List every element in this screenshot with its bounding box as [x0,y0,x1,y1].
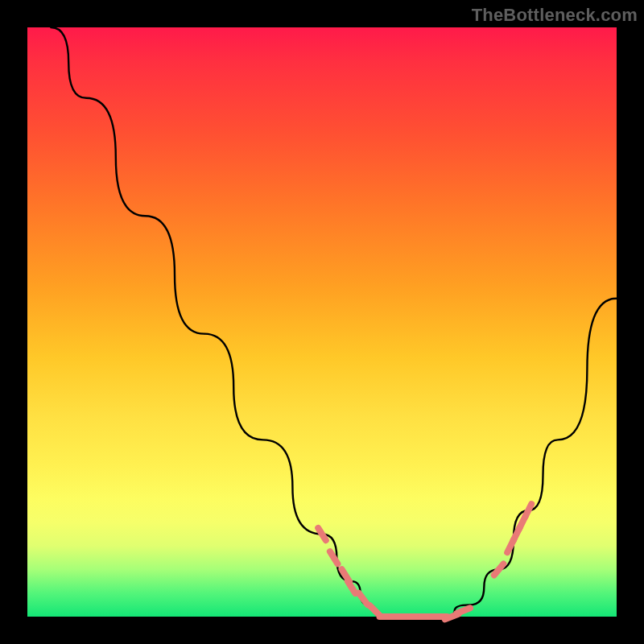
svg-line-4 [359,593,368,605]
plot-gradient-area [27,27,617,617]
svg-line-3 [348,581,356,593]
curve-markers [318,504,531,619]
watermark-text: TheBottleneck.com [472,5,638,26]
svg-line-18 [525,504,531,517]
svg-line-14 [494,564,504,576]
chart-frame: TheBottleneck.com [0,0,644,644]
bottleneck-curve [51,27,617,617]
curve-svg [27,27,617,617]
svg-line-13 [456,608,470,613]
svg-line-0 [318,528,326,540]
